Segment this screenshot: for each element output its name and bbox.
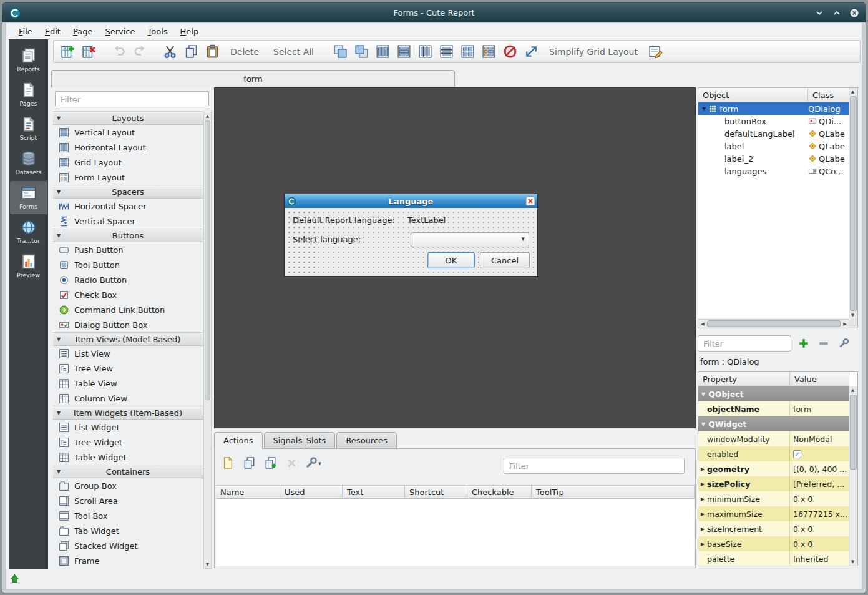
- design-dialog-body[interactable]: Default Report language: TextLabel Selec…: [285, 208, 537, 276]
- object-row-form[interactable]: ▼formQDialog: [698, 102, 849, 115]
- lower-widget-button[interactable]: [353, 42, 371, 61]
- property-value[interactable]: form: [790, 401, 849, 416]
- expand-arrow-icon[interactable]: ▶: [698, 496, 707, 502]
- widget-radio-button[interactable]: Radio Button: [53, 272, 203, 287]
- category-item-widgets-item-based[interactable]: ▼Item Widgets (Item-Based): [53, 406, 203, 420]
- widget-command-link-button[interactable]: Command Link Button: [53, 302, 203, 317]
- category-buttons[interactable]: ▼Buttons: [53, 229, 203, 242]
- widget-tool-button[interactable]: Tool Button: [53, 257, 203, 272]
- widget-stacked-widget[interactable]: Stacked Widget: [53, 538, 203, 553]
- lay-out-grid-button[interactable]: [459, 42, 477, 61]
- ok-button[interactable]: OK: [427, 252, 475, 268]
- maximize-icon[interactable]: [832, 8, 842, 18]
- delete-form-button[interactable]: [80, 42, 98, 61]
- scrollbar-handle[interactable]: [850, 395, 857, 470]
- raise-widget-button[interactable]: [331, 42, 349, 61]
- break-layout-button[interactable]: [501, 42, 519, 61]
- widget-horizontal-layout[interactable]: Horizontal Layout: [53, 140, 203, 155]
- sidebar-item-reports[interactable]: Reports: [10, 44, 47, 77]
- widget-vertical-layout[interactable]: Vertical Layout: [53, 125, 203, 140]
- widget-tab-widget[interactable]: Tab Widget: [53, 523, 203, 538]
- sidebar-item-pages[interactable]: Pages: [10, 78, 47, 111]
- paste-button[interactable]: [203, 42, 222, 61]
- tab-form[interactable]: form: [51, 70, 455, 87]
- scrollbar-handle[interactable]: [850, 96, 857, 311]
- widget-table-view[interactable]: Table View: [53, 376, 203, 391]
- panel-up-arrow-icon[interactable]: [9, 573, 20, 584]
- property-value[interactable]: ✓: [790, 446, 849, 461]
- object-row-defaultlanglabel[interactable]: defaultLangLabelQLabe: [698, 127, 849, 140]
- menu-help[interactable]: Help: [174, 25, 205, 38]
- paste-action-button[interactable]: [262, 455, 279, 471]
- property-row-windowmodality[interactable]: windowModalityNonModal: [698, 431, 849, 446]
- scroll-down-icon[interactable]: ▼: [849, 558, 856, 566]
- copy-button[interactable]: [182, 42, 200, 61]
- cancel-button[interactable]: Cancel: [480, 252, 530, 268]
- property-row-palette[interactable]: paletteInherited: [698, 551, 849, 566]
- lay-out-vertically-button[interactable]: [395, 42, 413, 61]
- property-settings-button[interactable]: [836, 336, 851, 351]
- copy-action-button[interactable]: [241, 455, 258, 471]
- scroll-left-icon[interactable]: ◀: [699, 320, 706, 327]
- scrollbar-handle[interactable]: [707, 320, 841, 327]
- scroll-up-icon[interactable]: ▲: [849, 386, 856, 394]
- expand-arrow-icon[interactable]: ▶: [698, 541, 707, 547]
- property-value[interactable]: 0 x 0: [790, 536, 849, 551]
- simplify-grid-layout-button[interactable]: Simplify Grid Layout: [544, 47, 643, 57]
- new-action-button[interactable]: [220, 455, 237, 471]
- cut-button[interactable]: [161, 42, 179, 61]
- property-row-minimumsize[interactable]: ▶minimumSize0 x 0: [698, 491, 849, 506]
- widget-form-layout[interactable]: Form Layout: [53, 170, 203, 185]
- widgetbox-scrollbar[interactable]: ▲ ▼: [203, 112, 212, 569]
- property-filter-input[interactable]: [698, 335, 791, 352]
- property-group-qwidget[interactable]: ▼QWidget: [698, 416, 849, 431]
- lay-out-splitter-vertical-button[interactable]: [437, 42, 456, 61]
- scroll-down-icon[interactable]: ▼: [849, 312, 856, 319]
- widget-tool-box[interactable]: Tool Box: [53, 508, 203, 523]
- remove-dynamic-property-button[interactable]: [816, 336, 831, 351]
- property-row-objectname[interactable]: objectNameform: [698, 401, 849, 416]
- widget-grid-layout[interactable]: Grid Layout: [53, 155, 203, 170]
- lay-out-form-button[interactable]: [480, 42, 498, 61]
- scroll-right-icon[interactable]: ▶: [841, 320, 849, 327]
- property-row-maximumsize[interactable]: ▶maximumSize16777215 x...: [698, 506, 849, 521]
- category-item-views-model-based[interactable]: ▼Item Views (Model-Based): [53, 332, 203, 346]
- property-value[interactable]: 16777215 x...: [790, 506, 849, 521]
- widget-tree-view[interactable]: Tree View: [53, 361, 203, 376]
- property-row-sizepolicy[interactable]: ▶sizePolicy[Preferred, ...: [698, 476, 849, 491]
- edit-widgets-button[interactable]: [646, 42, 665, 61]
- adjust-size-button[interactable]: [522, 42, 540, 61]
- property-editor-vscrollbar[interactable]: ▲ ▼: [849, 386, 857, 566]
- language-combobox[interactable]: ▾: [411, 232, 529, 247]
- menu-tools[interactable]: Tools: [142, 25, 174, 38]
- delete-action-button[interactable]: [283, 455, 300, 471]
- expand-arrow-icon[interactable]: ▶: [698, 466, 707, 472]
- expand-arrow-icon[interactable]: ▶: [698, 526, 707, 532]
- sidebar-item-script[interactable]: Script: [10, 112, 47, 145]
- property-value[interactable]: [(0, 0), 400 ...: [790, 461, 849, 476]
- scrollbar-handle[interactable]: [205, 120, 210, 400]
- property-value[interactable]: NonModal: [790, 431, 849, 446]
- property-value[interactable]: 0 x 0: [790, 521, 849, 536]
- property-value[interactable]: [Preferred, ...: [790, 476, 849, 491]
- close-icon[interactable]: [849, 8, 859, 18]
- property-row-enabled[interactable]: enabled✓: [698, 446, 849, 461]
- property-row-geometry[interactable]: ▶geometry[(0, 0), 400 ...: [698, 461, 849, 476]
- widget-column-view[interactable]: Column View: [53, 391, 203, 406]
- property-value[interactable]: Inherited: [790, 551, 849, 566]
- lay-out-splitter-horizontal-button[interactable]: [416, 42, 434, 61]
- object-row-label-2[interactable]: label_2QLabe: [698, 152, 849, 165]
- object-row-languages[interactable]: languagesQCo...: [698, 165, 849, 177]
- object-inspector-vscrollbar[interactable]: ▲ ▼: [849, 88, 857, 319]
- tab-actions[interactable]: Actions: [214, 432, 263, 449]
- object-row-buttonbox[interactable]: buttonBoxQDi...: [698, 115, 849, 127]
- widget-horizontal-spacer[interactable]: Horizontal Spacer: [53, 199, 203, 214]
- add-form-button[interactable]: [59, 42, 77, 61]
- widget-push-button[interactable]: Push Button: [53, 242, 203, 257]
- widget-dialog-button-box[interactable]: Dialog Button Box: [53, 317, 203, 332]
- scroll-up-icon[interactable]: ▲: [849, 88, 856, 96]
- undo-button[interactable]: [110, 42, 128, 61]
- widget-list-view[interactable]: List View: [53, 346, 203, 361]
- select-all-button[interactable]: Select All: [268, 47, 319, 57]
- design-dialog[interactable]: Language Default Report language: TextLa…: [285, 194, 537, 276]
